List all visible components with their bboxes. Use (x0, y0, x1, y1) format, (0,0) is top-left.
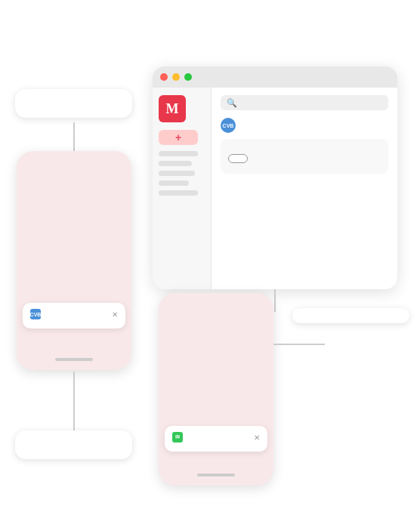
email-from: CVB (221, 118, 388, 133)
label-sms-box (15, 430, 132, 459)
search-bar[interactable]: 🔍 (221, 95, 388, 110)
notif-1-icon: CVB (30, 309, 41, 319)
phone-mockup-1: CVB ✕ (17, 151, 131, 370)
from-avatar: CVB (221, 118, 236, 133)
email-content-area: 🔍 CVB (212, 88, 397, 289)
label-email-fallback (292, 308, 409, 323)
search-icon: 🔍 (227, 98, 237, 108)
phone-mockup-2: ✉ ✕ (159, 293, 273, 486)
minimize-dot[interactable] (172, 73, 180, 81)
phone-2-home-bar (197, 473, 235, 477)
gmail-letter: M (166, 101, 179, 117)
compose-plus-icon: + (175, 131, 181, 143)
sidebar-line-3 (159, 171, 195, 176)
sidebar-line-2 (159, 161, 192, 166)
compose-button[interactable]: + (159, 130, 198, 145)
sms-notif-icon: ✉ (172, 432, 183, 443)
phone-2-notification: ✉ ✕ (165, 426, 267, 452)
maximize-dot[interactable] (184, 73, 192, 81)
phone-1-notification: CVB ✕ (23, 303, 125, 328)
link-id-button[interactable] (228, 154, 248, 163)
label-push-box (15, 89, 132, 118)
connector-line-phone2-label (273, 344, 325, 345)
email-message-box (221, 139, 388, 174)
notif-1-close[interactable]: ✕ (112, 310, 118, 319)
close-dot[interactable] (160, 73, 168, 81)
sidebar-line-4 (159, 180, 189, 186)
notif-2-close[interactable]: ✕ (254, 433, 260, 442)
email-mockup: M + 🔍 CVB (153, 66, 397, 289)
gmail-icon: M (159, 95, 186, 122)
email-sidebar: M + (153, 88, 212, 289)
connector-line-1 (73, 122, 75, 153)
email-titlebar (153, 66, 397, 88)
connector-line-2 (73, 372, 75, 432)
connector-line-email-phone2 (274, 289, 276, 312)
sidebar-line-1 (159, 151, 198, 156)
sidebar-line-5 (159, 190, 198, 196)
phone-1-home-bar (55, 358, 93, 361)
